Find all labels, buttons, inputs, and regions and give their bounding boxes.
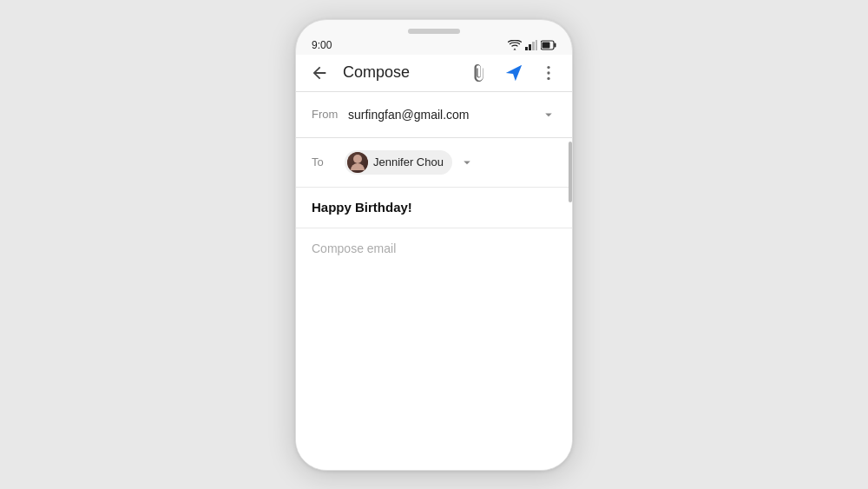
recipient-name: Jennifer Chou (373, 155, 444, 169)
attach-button[interactable] (468, 62, 490, 84)
from-field-row[interactable]: From surfingfan@gmail.com (296, 92, 572, 137)
compose-title: Compose (343, 63, 459, 82)
svg-point-9 (547, 71, 549, 74)
battery-icon (541, 40, 556, 50)
subject-text: Happy Birthday! (312, 200, 412, 215)
send-button[interactable] (503, 62, 525, 84)
recipient-chip[interactable]: Jennifer Chou (345, 150, 452, 175)
back-button[interactable] (308, 62, 331, 84)
svg-rect-3 (536, 40, 537, 50)
svg-point-8 (547, 65, 549, 68)
svg-rect-5 (555, 43, 556, 47)
status-icons (508, 40, 556, 50)
svg-rect-1 (529, 44, 531, 50)
wifi-icon (508, 40, 522, 50)
to-field-row[interactable]: To Jennifer Chou (296, 138, 572, 187)
from-value: surfingfan@gmail.com (348, 108, 534, 122)
avatar (347, 152, 368, 173)
from-label: From (312, 108, 345, 121)
svg-rect-6 (542, 42, 550, 48)
compose-body[interactable]: Compose email (296, 228, 572, 470)
svg-point-10 (547, 76, 549, 79)
svg-marker-7 (506, 64, 522, 80)
svg-rect-0 (525, 47, 528, 50)
scrollbar[interactable] (569, 142, 572, 202)
app-bar: Compose (296, 55, 572, 91)
app-bar-icons (468, 62, 560, 84)
avatar-image (347, 152, 368, 173)
to-label: To (312, 155, 345, 169)
phone-frame: 9:00 (295, 19, 573, 471)
to-chevron-icon (459, 155, 475, 170)
status-bar: 9:00 (296, 34, 572, 55)
signal-icon (525, 40, 537, 50)
compose-placeholder: Compose email (312, 241, 396, 255)
subject-row[interactable]: Happy Birthday! (296, 187, 572, 228)
status-time: 9:00 (312, 39, 332, 51)
svg-rect-2 (532, 42, 535, 50)
from-chevron-icon (541, 107, 556, 122)
more-options-button[interactable] (537, 62, 560, 84)
